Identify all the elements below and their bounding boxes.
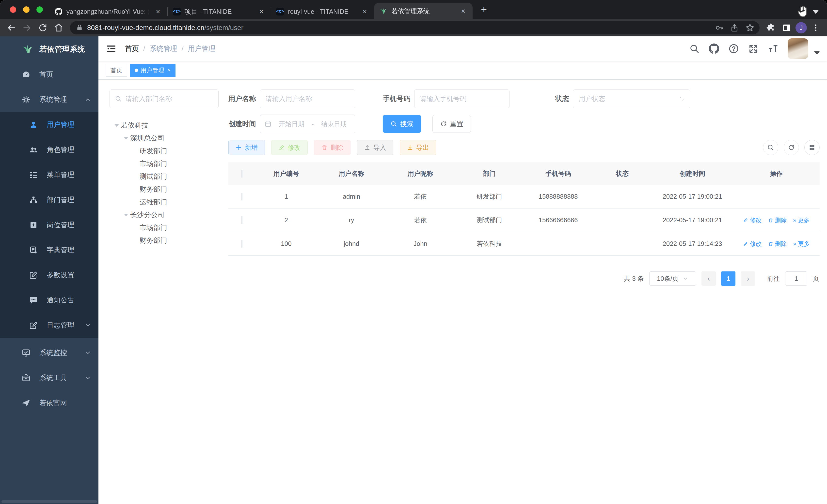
sidebar-item-system-tools[interactable]: 系统工具	[0, 365, 98, 390]
row-checkbox[interactable]	[229, 216, 255, 224]
sidebar-item-post-management[interactable]: 岗位管理	[0, 212, 98, 237]
browser-tab-ruoyi-active[interactable]: 若依管理系统 ×	[374, 3, 473, 19]
prev-page-button[interactable]: ‹	[701, 271, 716, 286]
edit-button[interactable]: 修改	[271, 139, 308, 155]
table-row[interactable]: 100 johnd John 若依科技 2022-05-17 19:14:23 …	[229, 232, 820, 256]
table-row[interactable]: 1 admin 若依 研发部门 15888888888 2022-05-17 1…	[229, 185, 820, 209]
toggle-search-icon-button[interactable]	[763, 140, 778, 155]
extensions-puzzle-icon[interactable]	[764, 21, 778, 35]
tree-node[interactable]: 长沙分公司	[109, 209, 218, 221]
tree-node[interactable]: 市场部门	[109, 221, 218, 234]
row-edit-link[interactable]: 修改	[743, 240, 762, 248]
add-button[interactable]: 新增	[229, 139, 265, 155]
tab-list-chevron-icon[interactable]	[813, 10, 819, 14]
browser-tab-titanide-project[interactable]: <t> 项目 - TITANIDE ×	[167, 4, 271, 19]
import-button[interactable]: 导入	[357, 139, 393, 155]
dept-search-box[interactable]	[109, 90, 218, 108]
new-tab-button[interactable]: +	[477, 3, 491, 17]
sidebar-item-home[interactable]: 首页	[0, 62, 98, 87]
side-panel-icon[interactable]	[780, 21, 793, 35]
goto-page-input[interactable]	[785, 271, 807, 286]
tree-node[interactable]: 研发部门	[109, 145, 218, 157]
tree-node[interactable]: 测试部门	[109, 170, 218, 183]
font-size-icon[interactable]	[768, 44, 778, 54]
column-settings-grid-icon-button[interactable]	[805, 140, 820, 155]
tree-caret-icon[interactable]	[112, 124, 121, 127]
sidebar-item-dict-management[interactable]: 字典管理	[0, 237, 98, 263]
export-button[interactable]: 导出	[400, 139, 436, 155]
search-button[interactable]: 搜索	[383, 115, 421, 133]
sidebar-collapse-hamburger-icon[interactable]	[106, 43, 117, 54]
current-page-button[interactable]: 1	[721, 271, 735, 286]
tree-node[interactable]: 财务部门	[109, 234, 218, 247]
address-bar[interactable]: 8081-rouyi-vue-demo.cloud.titanide.cn/sy…	[70, 21, 760, 35]
reset-button[interactable]: 重置	[432, 115, 471, 133]
tree-caret-icon[interactable]	[122, 137, 130, 139]
date-range-picker[interactable]: 开始日期 - 结束日期	[260, 115, 355, 133]
browser-tab-github[interactable]: yangzongzhuan/RuoYi-Vue: (Ru ×	[49, 4, 167, 19]
password-key-icon[interactable]	[715, 23, 724, 32]
tree-node-root[interactable]: 若依科技	[109, 119, 218, 132]
home-icon[interactable]	[52, 21, 65, 35]
row-more-link[interactable]: » 更多	[793, 216, 810, 224]
tag-user-management[interactable]: 用户管理 ×	[130, 64, 176, 77]
reload-icon[interactable]	[36, 21, 50, 35]
sidebar-item-param-settings[interactable]: 参数设置	[0, 263, 98, 288]
page-size-select[interactable]: 10条/页	[649, 271, 696, 286]
sidebar-item-ruoyi-website[interactable]: 若依官网	[0, 390, 98, 415]
next-page-button[interactable]: ›	[741, 271, 755, 286]
row-delete-link[interactable]: 删除	[768, 216, 787, 224]
tab-close-icon[interactable]: ×	[154, 7, 162, 16]
sidebar-item-notice[interactable]: 通知公告	[0, 288, 98, 313]
github-icon[interactable]	[709, 44, 719, 54]
tree-caret-icon[interactable]	[122, 214, 130, 216]
tag-home[interactable]: 首页	[106, 64, 127, 77]
breadcrumb-home[interactable]: 首页	[125, 44, 139, 53]
sidebar-item-role-management[interactable]: 角色管理	[0, 137, 98, 162]
bookmark-star-icon[interactable]	[745, 23, 755, 33]
row-more-link[interactable]: » 更多	[793, 240, 810, 248]
row-delete-link[interactable]: 删除	[768, 240, 787, 248]
browser-profile-avatar[interactable]: J	[795, 22, 807, 34]
forward-icon[interactable]	[20, 21, 34, 35]
row-edit-link[interactable]: 修改	[743, 216, 762, 224]
header-search-icon[interactable]	[689, 44, 699, 54]
fullscreen-icon[interactable]	[748, 44, 759, 54]
tree-node[interactable]: 深圳总公司	[109, 132, 218, 145]
sidebar-scrollbar[interactable]	[1, 500, 97, 503]
row-checkbox[interactable]	[229, 193, 255, 201]
breadcrumb-system[interactable]: 系统管理	[150, 44, 177, 53]
browser-tab-titanide-rouyi[interactable]: <t> rouyi-vue - TITANIDE ×	[271, 4, 374, 19]
table-row[interactable]: 2 ry 若依 测试部门 15666666666 2022-05-17 19:0…	[229, 209, 820, 232]
share-icon[interactable]	[730, 23, 739, 32]
zoom-window-button[interactable]	[37, 6, 43, 13]
back-icon[interactable]	[4, 21, 18, 35]
browser-menu-kebab-icon[interactable]	[809, 21, 823, 35]
refresh-icon-button[interactable]	[784, 140, 799, 155]
app-logo[interactable]: 若依管理系统	[0, 37, 98, 62]
help-question-icon[interactable]	[729, 44, 739, 54]
tab-close-icon[interactable]: ×	[459, 7, 468, 15]
sidebar-item-menu-management[interactable]: 菜单管理	[0, 162, 98, 187]
sidebar-item-log-management[interactable]: 日志管理	[0, 313, 98, 338]
sidebar-item-system-monitor[interactable]: 系统监控	[0, 340, 98, 365]
minimize-window-button[interactable]	[23, 6, 30, 13]
dept-search-input[interactable]	[126, 95, 213, 103]
sidebar-item-system-management[interactable]: 系统管理	[0, 87, 98, 112]
sidebar-item-user-management[interactable]: 用户管理	[0, 112, 98, 137]
tab-close-icon[interactable]: ×	[257, 7, 266, 16]
delete-button[interactable]: 删除	[314, 139, 350, 155]
phone-input[interactable]	[414, 90, 509, 108]
user-avatar[interactable]	[788, 38, 808, 59]
tree-node[interactable]: 财务部门	[109, 183, 218, 196]
row-checkbox[interactable]	[229, 240, 255, 247]
tree-node[interactable]: 市场部门	[109, 157, 218, 170]
tag-close-icon[interactable]: ×	[167, 67, 171, 73]
username-input[interactable]	[260, 90, 355, 108]
close-window-button[interactable]	[10, 6, 16, 13]
select-all-checkbox[interactable]	[229, 170, 255, 177]
sidebar-item-dept-management[interactable]: 部门管理	[0, 187, 98, 212]
status-select[interactable]: 用户状态	[573, 90, 690, 108]
tab-close-icon[interactable]: ×	[360, 7, 369, 16]
tree-node[interactable]: 运维部门	[109, 196, 218, 209]
